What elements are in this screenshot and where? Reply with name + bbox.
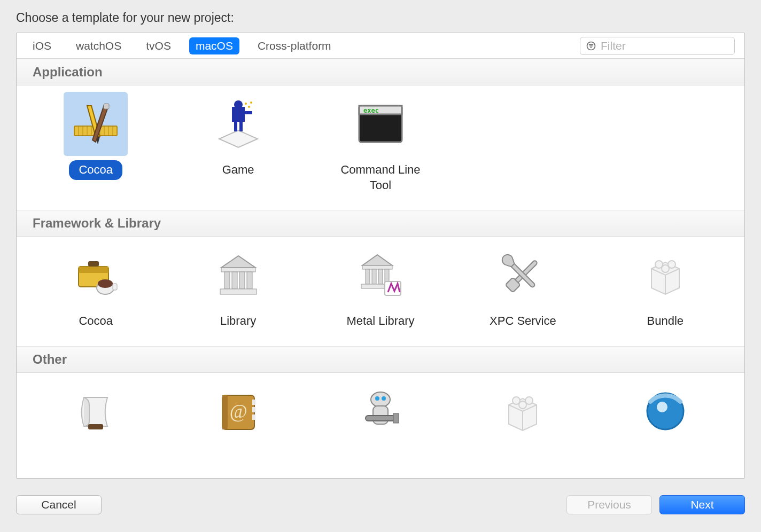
tab-cross-platform[interactable]: Cross-platform <box>251 37 338 54</box>
svg-rect-61 <box>222 395 228 429</box>
template-other-addressbook[interactable]: @ <box>169 379 306 448</box>
svg-marker-43 <box>362 255 392 265</box>
filter-field[interactable] <box>580 37 735 55</box>
template-label: Library <box>211 311 266 331</box>
tab-tvos[interactable]: tvOS <box>139 37 177 54</box>
tab-ios[interactable]: iOS <box>26 37 58 54</box>
template-bundle[interactable]: Bundle <box>597 243 734 331</box>
address-book-icon: @ <box>206 379 270 443</box>
svg-rect-40 <box>239 272 245 289</box>
template-other-script[interactable] <box>27 379 164 448</box>
cancel-button[interactable]: Cancel <box>16 495 102 514</box>
svg-point-25 <box>248 106 250 108</box>
svg-rect-42 <box>220 289 257 294</box>
svg-point-20 <box>234 100 243 109</box>
svg-rect-31 <box>79 267 108 273</box>
section-header-application: Application <box>17 59 744 85</box>
svg-rect-22 <box>239 122 243 131</box>
filter-icon <box>586 41 596 51</box>
automator-icon <box>348 379 413 443</box>
template-cocoa-app[interactable]: Cocoa <box>27 92 164 195</box>
template-grid-framework: Cocoa Library <box>17 237 744 346</box>
svg-rect-23 <box>242 111 252 114</box>
game-icon <box>206 92 270 156</box>
template-command-line-tool[interactable]: exec Command Line Tool <box>312 92 449 195</box>
dialog-title: Choose a template for your new project: <box>16 11 745 25</box>
svg-rect-17 <box>104 104 109 109</box>
svg-rect-46 <box>372 269 376 284</box>
svg-rect-65 <box>252 414 255 420</box>
svg-rect-32 <box>88 261 99 267</box>
script-icon <box>64 379 128 443</box>
template-label: Bundle <box>638 311 694 331</box>
tab-watchos[interactable]: watchOS <box>69 37 128 54</box>
previous-button: Previous <box>566 495 652 514</box>
terminal-icon: exec <box>348 92 413 156</box>
template-other-sphere[interactable] <box>597 379 734 448</box>
new-project-dialog: Choose a template for your new project: … <box>0 0 761 532</box>
sphere-icon <box>633 379 697 443</box>
svg-rect-44 <box>362 265 392 269</box>
svg-text:exec: exec <box>363 107 379 114</box>
svg-rect-41 <box>247 272 252 289</box>
template-label: Game <box>213 160 264 180</box>
template-label: Cocoa <box>69 160 122 180</box>
svg-marker-18 <box>219 130 258 147</box>
bundle-icon <box>633 243 697 307</box>
svg-rect-39 <box>232 272 237 289</box>
template-library[interactable]: Library <box>169 243 306 331</box>
template-cocoa-framework[interactable]: Cocoa <box>27 243 164 331</box>
template-metal-library[interactable]: Metal Library <box>312 243 449 331</box>
filter-input[interactable] <box>601 40 741 52</box>
section-header-framework: Framework & Library <box>17 210 744 237</box>
svg-rect-35 <box>113 284 117 290</box>
svg-point-79 <box>657 402 667 412</box>
svg-point-34 <box>98 279 113 288</box>
svg-rect-63 <box>252 400 255 405</box>
svg-rect-59 <box>88 424 103 429</box>
template-label: Cocoa <box>69 311 122 331</box>
template-label: XPC Service <box>480 311 566 331</box>
svg-rect-64 <box>252 407 255 412</box>
template-grid-application: Cocoa Game <box>17 85 744 210</box>
bundle-icon <box>491 379 555 443</box>
svg-rect-21 <box>234 122 237 131</box>
dialog-footer: Cancel Previous Next <box>16 479 745 516</box>
svg-point-58 <box>662 265 669 272</box>
toolbox-icon <box>64 243 128 307</box>
svg-point-66 <box>371 392 390 407</box>
svg-text:@: @ <box>229 401 247 422</box>
section-header-other: Other <box>17 346 744 373</box>
svg-point-76 <box>519 401 526 409</box>
platform-tabbar: iOS watchOS tvOS macOS Cross-platform <box>17 33 744 59</box>
svg-rect-38 <box>224 272 230 289</box>
svg-point-26 <box>250 101 252 104</box>
svg-point-67 <box>375 396 379 401</box>
template-panel: iOS watchOS tvOS macOS Cross-platform Ap… <box>16 33 745 479</box>
tools-icon <box>491 243 555 307</box>
app-cocoa-icon <box>64 92 128 156</box>
template-label: Command Line Tool <box>319 160 442 195</box>
template-grid-other: @ <box>17 373 744 453</box>
template-other-automator[interactable] <box>312 379 449 448</box>
svg-marker-36 <box>221 256 255 268</box>
template-game[interactable]: Game <box>169 92 306 195</box>
svg-rect-70 <box>366 416 395 421</box>
tab-macos[interactable]: macOS <box>189 37 239 54</box>
next-button[interactable]: Next <box>659 495 745 514</box>
svg-rect-45 <box>366 269 370 284</box>
svg-rect-47 <box>378 269 383 284</box>
svg-rect-37 <box>221 268 255 272</box>
template-label: Metal Library <box>337 311 424 331</box>
template-other-bundle[interactable] <box>454 379 591 448</box>
template-xpc-service[interactable]: XPC Service <box>454 243 591 331</box>
svg-rect-71 <box>393 413 399 423</box>
metal-library-icon <box>348 243 413 307</box>
svg-point-68 <box>382 396 386 401</box>
library-icon <box>206 243 270 307</box>
svg-point-24 <box>245 103 247 105</box>
